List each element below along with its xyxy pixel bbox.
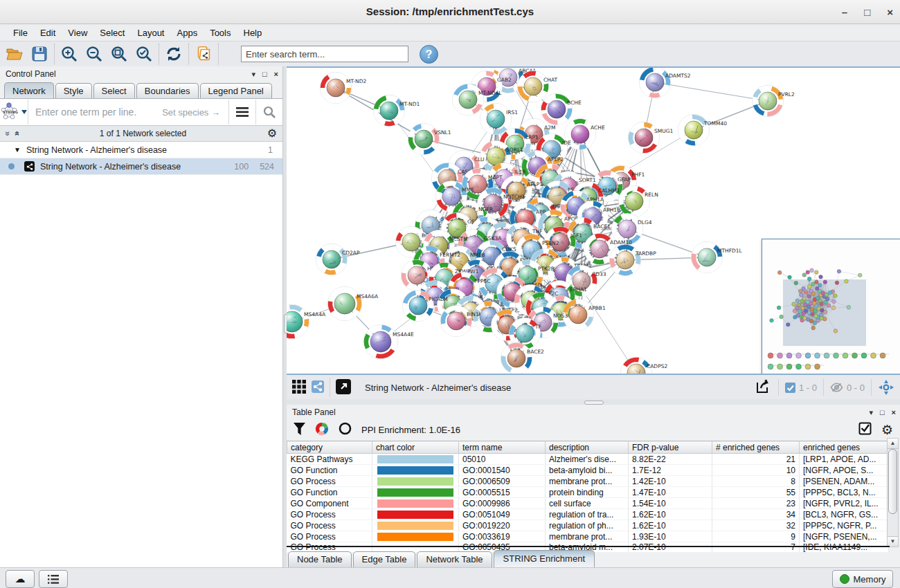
network-node[interactable]: MT-ND1 <box>374 95 420 127</box>
birds-eye-view[interactable] <box>762 239 900 377</box>
filter-icon[interactable] <box>294 423 305 437</box>
table-panel-float-icon[interactable]: □ <box>880 408 885 416</box>
grid-view-icon[interactable] <box>292 380 306 396</box>
network-node[interactable]: MS4A4E <box>364 325 414 359</box>
menu-select[interactable]: Select <box>93 28 131 38</box>
horizontal-splitter[interactable] <box>287 399 900 405</box>
tab-legend-panel[interactable]: Legend Panel <box>200 83 272 98</box>
selected-nodes-checkbox-icon[interactable] <box>785 383 795 393</box>
tree-caret-icon[interactable]: ▼ <box>14 146 21 154</box>
panel-float-icon[interactable]: □ <box>262 70 267 78</box>
chart-donut-icon[interactable] <box>315 422 329 438</box>
help-icon[interactable]: ? <box>420 45 438 64</box>
network-node[interactable]: MT-ND2 <box>321 73 367 104</box>
tab-node-table[interactable]: Node Table <box>288 551 352 568</box>
column-header[interactable]: description <box>546 441 629 454</box>
network-node[interactable]: ADAMTS2 <box>640 68 691 98</box>
tab-style[interactable]: Style <box>55 83 92 98</box>
menu-tools[interactable]: Tools <box>204 28 237 38</box>
table-panel-menu-icon[interactable]: ▾ <box>869 408 873 417</box>
network-node[interactable]: SMUG1 <box>629 122 674 154</box>
set-species-label[interactable]: Set species → <box>162 107 228 118</box>
table-row[interactable]: GO FunctionGO:0001540beta-amyloid bi...1… <box>287 465 889 476</box>
minimize-button[interactable]: – <box>842 6 847 18</box>
clone-network-icon[interactable] <box>195 45 213 63</box>
network-node[interactable]: MS4A4A <box>287 305 326 339</box>
tab-select[interactable]: Select <box>93 83 135 98</box>
open-session-button[interactable] <box>6 45 24 63</box>
menu-file[interactable]: File <box>7 28 34 38</box>
scroll-up-icon[interactable]: ▲ <box>888 439 898 449</box>
network-node[interactable]: MTHFD1L <box>692 242 743 273</box>
navigator-compass-icon[interactable] <box>878 379 894 396</box>
panel-close-icon[interactable]: × <box>274 70 278 78</box>
table-row[interactable]: GO FunctionGO:0005515protein binding1.47… <box>287 487 889 498</box>
task-list-button[interactable] <box>39 570 68 588</box>
tab-network[interactable]: Network <box>4 82 54 98</box>
network-node[interactable]: VSNL1 <box>408 124 451 155</box>
network-node[interactable]: CD2AP <box>316 244 360 275</box>
network-row-selected[interactable]: String Network - Alzheimer's disease 100… <box>0 158 282 175</box>
zoom-in-icon[interactable] <box>60 45 78 63</box>
menu-view[interactable]: View <box>62 28 93 38</box>
network-node[interactable]: TOMM40 <box>678 115 728 146</box>
table-row[interactable]: GO ProcessGO:0019220regulation of ph...1… <box>287 520 889 531</box>
hidden-eye-icon[interactable] <box>830 383 843 392</box>
table-row[interactable]: GO ProcessGO:0033619membrane prot...1.93… <box>287 531 889 542</box>
zoom-selected-icon[interactable] <box>135 45 153 63</box>
menu-edit[interactable]: Edit <box>34 28 62 38</box>
column-header[interactable]: category <box>287 441 372 454</box>
network-node[interactable]: RELN <box>619 186 658 217</box>
tab-network-table[interactable]: Network Table <box>417 551 492 568</box>
menu-layout[interactable]: Layout <box>131 28 170 38</box>
menu-help[interactable]: Help <box>237 28 269 38</box>
column-header[interactable]: # enriched genes <box>712 441 800 454</box>
query-search-icon[interactable] <box>255 100 282 125</box>
column-header[interactable]: enriched genes <box>800 441 889 454</box>
network-node[interactable]: PVRL2 <box>753 86 795 117</box>
open-in-window-icon[interactable] <box>336 379 351 396</box>
maximize-button[interactable]: □ <box>864 6 870 18</box>
network-node[interactable]: APBB1 <box>563 300 606 331</box>
zoom-fit-icon[interactable] <box>110 45 128 63</box>
close-button[interactable]: × <box>887 6 893 18</box>
table-scrollbar[interactable]: ▲ ▼ <box>887 438 899 547</box>
ring-icon[interactable] <box>339 422 352 437</box>
tab-string-enrichment[interactable]: STRING Enrichment <box>494 550 595 568</box>
zoom-out-icon[interactable] <box>85 45 103 63</box>
table-row[interactable]: GO ProcessGO:0006509membrane prot...1.42… <box>287 476 889 487</box>
memory-button[interactable]: Memory <box>832 570 893 588</box>
search-input[interactable] <box>241 46 408 62</box>
table-row[interactable]: KEGG Pathways05010Alzheimer's dise...8.8… <box>287 454 889 465</box>
network-options-gear-icon[interactable]: ⚙ <box>267 128 277 139</box>
scroll-down-icon[interactable]: ▼ <box>888 536 898 546</box>
save-session-button[interactable] <box>30 45 48 63</box>
table-row[interactable]: GO ComponentGO:0009986cell surface1.54E-… <box>287 498 889 509</box>
table-row[interactable]: GO ProcessGO:0051049regulation of tra...… <box>287 509 889 520</box>
refresh-icon[interactable] <box>165 45 183 63</box>
table-panel-close-icon[interactable]: × <box>892 408 896 416</box>
network-node[interactable]: CADPS2 <box>621 358 668 374</box>
export-network-icon[interactable] <box>748 378 778 397</box>
network-collection-row[interactable]: ▼ String Network - Alzheimer's disease 1 <box>0 142 282 158</box>
birdseye-toggle-icon[interactable] <box>312 380 324 395</box>
network-node[interactable]: TARDBP <box>610 245 657 276</box>
tab-edge-table[interactable]: Edge Table <box>353 551 416 568</box>
select-rows-checkbox-icon[interactable] <box>858 422 872 437</box>
network-node[interactable]: BACE2 <box>501 343 545 374</box>
panel-menu-icon[interactable]: ▾ <box>251 70 255 79</box>
column-header[interactable]: term name <box>459 441 546 454</box>
scroll-thumb[interactable] <box>888 449 897 514</box>
collapse-all-icon[interactable]: » <box>12 131 21 136</box>
expand-all-icon[interactable]: » <box>3 131 12 136</box>
menu-apps[interactable]: Apps <box>171 28 204 38</box>
enrichment-settings-gear-icon[interactable]: ⚙ <box>881 423 893 437</box>
string-query-input[interactable]: Enter one term per line. <box>28 107 162 118</box>
tab-boundaries[interactable]: Boundaries <box>136 83 199 98</box>
column-header[interactable]: FDR p-value <box>629 441 712 454</box>
network-node[interactable]: MS4A6A <box>328 287 379 321</box>
string-logo-icon[interactable]: STRING <box>0 100 28 125</box>
column-header[interactable]: chart color <box>372 441 459 454</box>
query-options-icon[interactable] <box>228 100 255 125</box>
cloud-button[interactable]: ☁ <box>6 570 35 588</box>
